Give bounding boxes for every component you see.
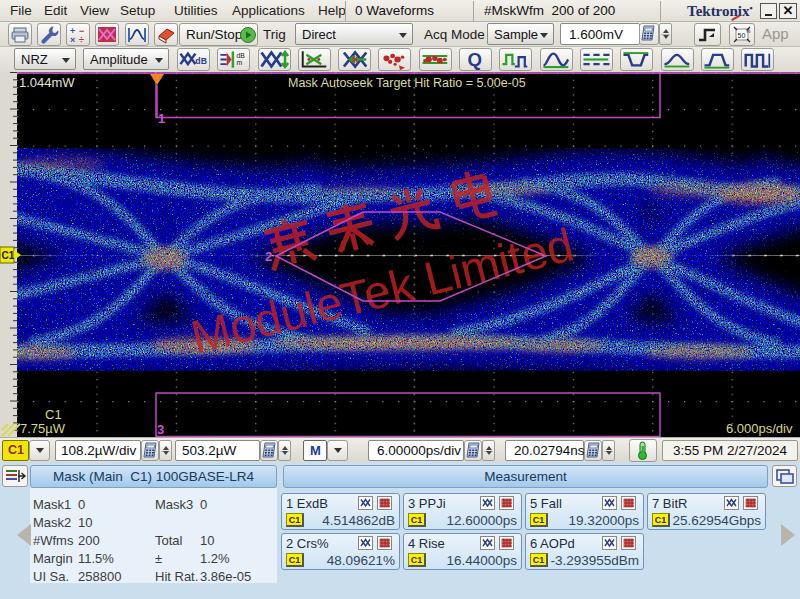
svg-text:50: 50	[738, 32, 746, 39]
svg-text:1.044mW: 1.044mW	[19, 75, 75, 90]
svg-text:2: 2	[265, 249, 272, 264]
svg-text:Q: Q	[467, 51, 481, 70]
svg-text:dB: dB	[195, 56, 207, 66]
svg-text:m: m	[237, 60, 243, 67]
svg-text:1: 1	[158, 111, 165, 126]
svg-text:3: 3	[157, 422, 164, 437]
svg-text:Mask Autoseek Target Hit Ratio: Mask Autoseek Target Hit Ratio = 5.00e-0…	[288, 76, 526, 90]
svg-text:C1: C1	[2, 250, 15, 261]
svg-text:dB: dB	[237, 53, 246, 60]
svg-text:C1: C1	[45, 407, 62, 422]
svg-text:6.000ps/div: 6.000ps/div	[726, 421, 793, 436]
svg-text:7.75µW: 7.75µW	[20, 421, 66, 436]
svg-text:÷: ÷	[79, 35, 84, 45]
svg-text:×: ×	[70, 35, 75, 45]
